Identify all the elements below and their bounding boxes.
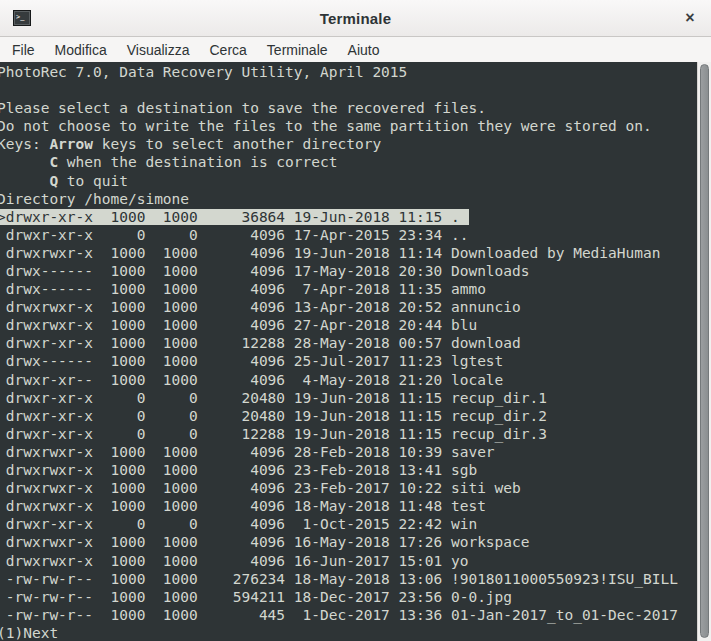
directory-row: -rw-rw-r-- 1000 1000 276234 18-May-2018 … [0,570,678,588]
terminal-window: >_ Terminale × FileModificaVisualizzaCer… [0,0,711,641]
key-hint: Q [49,173,58,189]
menu-item-cerca[interactable]: Cerca [199,39,256,61]
terminal-text [0,173,49,189]
menu-item-modifica[interactable]: Modifica [45,39,117,61]
directory-row: drwxrwxr-x 1000 1000 4096 16-Jun-2017 15… [0,552,678,570]
directory-row: drwx------ 1000 1000 4096 25-Jul-2017 11… [0,352,678,370]
key-hint: Arrow [49,136,93,152]
window-title: Terminale [0,10,711,27]
scrollbar-track[interactable] [697,62,711,641]
directory-row: -rw-rw-r-- 1000 1000 594211 18-Dec-2017 … [0,588,678,606]
directory-row: drwxr-xr-x 0 0 4096 17-Apr-2015 23:34 .. [0,226,678,244]
close-icon: × [685,9,694,27]
menu-bar: FileModificaVisualizzaCercaTerminaleAiut… [0,37,711,62]
terminal-text: Please select a destination to save the … [0,100,486,116]
directory-row: drwx------ 1000 1000 4096 7-Apr-2018 11:… [0,280,678,298]
terminal-text: PhotoRec 7.0, Data Recovery Utility, Apr… [0,64,407,80]
menu-item-file[interactable]: File [2,39,45,61]
pager-next-line: (1)Next [0,624,678,641]
directory-row: drwxrwxr-x 1000 1000 4096 28-Feb-2018 10… [0,443,678,461]
directory-row: drwxrwxr-x 1000 1000 4096 23-Feb-2017 10… [0,479,678,497]
directory-row: drwxrwxr-x 1000 1000 4096 16-May-2018 17… [0,533,678,551]
terminal-text [0,154,49,170]
terminal-text-line: Do not choose to write the files to the … [0,117,678,135]
directory-row: drwxrwxr-x 1000 1000 4096 18-May-2018 11… [0,497,678,515]
close-button[interactable]: × [680,8,700,28]
terminal-text-line: Please select a destination to save the … [0,99,678,117]
terminal-output: PhotoRec 7.0, Data Recovery Utility, Apr… [0,63,678,641]
terminal-text-line: PhotoRec 7.0, Data Recovery Utility, Apr… [0,63,678,81]
terminal-text: Do not choose to write the files to the … [0,118,652,134]
window-titlebar[interactable]: >_ Terminale × [0,0,711,37]
terminal-text: Directory /home/simone [0,191,189,207]
terminal-text: to quit [58,173,128,189]
directory-row: drwxr-xr-x 1000 1000 12288 28-May-2018 0… [0,334,678,352]
directory-row: drwxr-xr-x 0 0 4096 1-Oct-2015 22:42 win [0,515,678,533]
terminal-text: keys to select another directory [93,136,381,152]
directory-row: drwxrwxr-x 1000 1000 4096 23-Feb-2018 13… [0,461,678,479]
directory-row: drwxr-xr-x 0 0 20480 19-Jun-2018 11:15 r… [0,389,678,407]
directory-row: drwxr-xr-- 1000 1000 4096 4-May-2018 21:… [0,371,678,389]
directory-row-selected: >drwxr-xr-x 1000 1000 36864 19-Jun-2018 … [0,208,678,226]
directory-row: drwxrwxr-x 1000 1000 4096 27-Apr-2018 20… [0,316,678,334]
directory-row: drwxrwxr-x 1000 1000 4096 19-Jun-2018 11… [0,244,678,262]
terminal-screen[interactable]: PhotoRec 7.0, Data Recovery Utility, Apr… [0,62,711,641]
directory-row: drwx------ 1000 1000 4096 17-May-2018 20… [0,262,678,280]
directory-row: drwxr-xr-x 0 0 12288 19-Jun-2018 11:15 r… [0,425,678,443]
menu-item-visualizza[interactable]: Visualizza [117,39,200,61]
menu-item-aiuto[interactable]: Aiuto [338,39,390,61]
scrollbar-thumb[interactable] [700,64,709,638]
terminal-text-line: Q to quit [0,172,678,190]
directory-row: drwxrwxr-x 1000 1000 4096 13-Apr-2018 20… [0,298,678,316]
terminal-text-line: C when the destination is correct [0,153,678,171]
directory-row: drwxr-xr-x 0 0 20480 19-Jun-2018 11:15 r… [0,407,678,425]
key-hint: C [49,154,58,170]
selection-highlight: >drwxr-xr-x 1000 1000 36864 19-Jun-2018 … [0,209,469,225]
terminal-text-line [0,81,678,99]
directory-row: -rw-rw-r-- 1000 1000 445 1-Dec-2017 13:3… [0,606,678,624]
terminal-text-line: Keys: Arrow keys to select another direc… [0,135,678,153]
terminal-text: Keys: [0,136,49,152]
terminal-text: when the destination is correct [58,154,337,170]
menu-item-terminale[interactable]: Terminale [257,39,338,61]
terminal-text-line: Directory /home/simone [0,190,678,208]
